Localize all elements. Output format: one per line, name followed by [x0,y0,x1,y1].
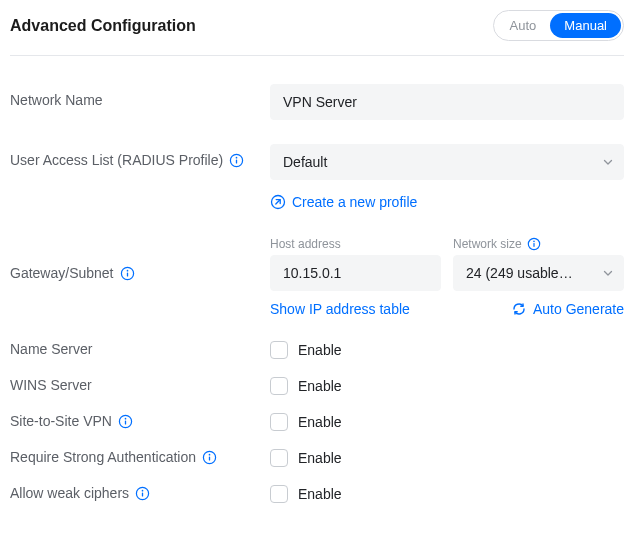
mode-manual-button[interactable]: Manual [550,13,621,38]
network-size-value: 24 (249 usable… [466,265,573,281]
show-ip-table-link[interactable]: Show IP address table [270,301,410,317]
info-icon[interactable] [202,450,217,465]
row-weak-ciphers: Allow weak ciphers Enable [10,485,624,503]
auto-generate-link[interactable]: Auto Generate [511,301,624,317]
label-wins-server: WINS Server [10,377,270,393]
svg-rect-9 [533,243,534,247]
refresh-icon [511,301,527,317]
label-user-access: User Access List (RADIUS Profile) [10,144,270,168]
label-weak-ciphers: Allow weak ciphers [10,485,270,501]
svg-point-1 [236,156,238,158]
row-site-to-site-vpn: Site-to-Site VPN Enable [10,413,624,431]
info-icon[interactable] [135,486,150,501]
row-create-profile: Create a new profile [10,194,624,213]
external-link-icon [270,194,286,210]
network-size-label: Network size [453,237,522,251]
name-server-enable-label: Enable [298,342,342,358]
info-icon[interactable] [527,237,541,251]
network-name-input[interactable] [270,84,624,120]
radius-profile-select[interactable]: Default [270,144,624,180]
svg-rect-6 [126,272,127,276]
mode-toggle[interactable]: Auto Manual [493,10,624,41]
strong-auth-checkbox[interactable] [270,449,288,467]
s2s-vpn-checkbox[interactable] [270,413,288,431]
label-network-name: Network Name [10,84,270,108]
name-server-checkbox[interactable] [270,341,288,359]
info-icon[interactable] [229,153,244,168]
row-name-server: Name Server Enable [10,341,624,359]
svg-rect-15 [209,456,210,460]
label-s2s-vpn: Site-to-Site VPN [10,413,270,429]
row-strong-auth: Require Strong Authentication Enable [10,449,624,467]
label-strong-auth: Require Strong Authentication [10,449,270,465]
svg-point-8 [533,241,535,243]
wins-server-checkbox[interactable] [270,377,288,395]
row-gateway: Gateway/Subnet Host address Network size [10,237,624,317]
weak-ciphers-enable-label: Enable [298,486,342,502]
info-icon[interactable] [118,414,133,429]
svg-point-14 [209,453,211,455]
label-gateway: Gateway/Subnet [10,237,270,281]
svg-point-11 [125,417,127,419]
row-user-access: User Access List (RADIUS Profile) Defaul… [10,144,624,180]
radius-profile-value: Default [283,154,327,170]
svg-point-17 [142,489,144,491]
create-profile-label: Create a new profile [292,194,417,210]
svg-point-5 [126,269,128,271]
row-network-name: Network Name [10,84,624,120]
svg-rect-2 [236,159,237,163]
s2s-vpn-enable-label: Enable [298,414,342,430]
svg-rect-18 [142,492,143,496]
mode-auto-button[interactable]: Auto [496,13,551,38]
network-size-select[interactable]: 24 (249 usable… [453,255,624,291]
section-header: Advanced Configuration Auto Manual [10,10,624,56]
create-profile-link[interactable]: Create a new profile [270,194,417,210]
host-address-input[interactable] [270,255,441,291]
label-name-server: Name Server [10,341,270,357]
info-icon[interactable] [120,266,135,281]
wins-server-enable-label: Enable [298,378,342,394]
row-wins-server: WINS Server Enable [10,377,624,395]
weak-ciphers-checkbox[interactable] [270,485,288,503]
section-title: Advanced Configuration [10,17,196,35]
svg-rect-12 [125,420,126,424]
strong-auth-enable-label: Enable [298,450,342,466]
host-address-label: Host address [270,237,441,251]
